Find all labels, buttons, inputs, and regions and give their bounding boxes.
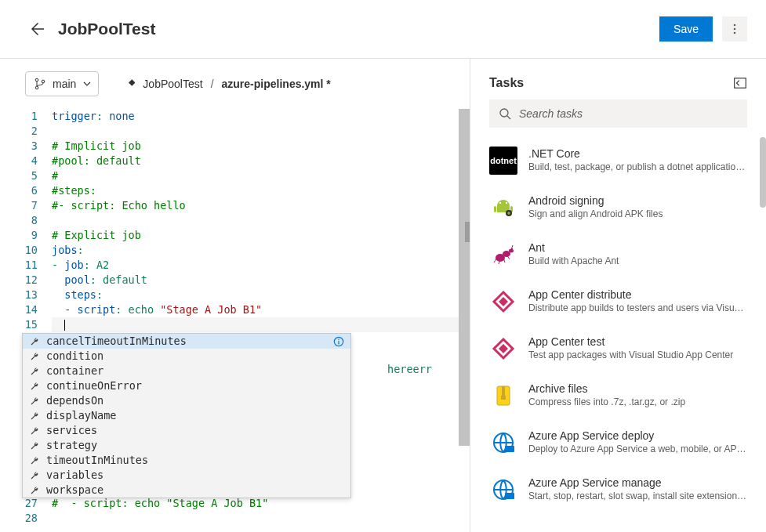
wrench-icon <box>29 455 40 466</box>
task-item-actest[interactable]: App Center testTest app packages with Vi… <box>470 325 757 372</box>
more-actions-button[interactable] <box>722 16 747 42</box>
code-line[interactable]: pool: default <box>52 273 463 288</box>
ant-icon <box>489 241 517 269</box>
editor-scrollbar-thumb[interactable] <box>459 109 470 446</box>
suggest-item-label: displayName <box>46 408 344 423</box>
task-list: dotnet.NET CoreBuild, test, package, or … <box>470 137 766 532</box>
task-item-android[interactable]: Android signingSign and align Android AP… <box>470 184 757 231</box>
task-item-acdist[interactable]: App Center distributeDistribute app buil… <box>470 278 757 325</box>
svg-rect-6 <box>129 79 135 85</box>
suggest-item[interactable]: cancelTimeoutInMinutes <box>23 334 350 349</box>
wrench-icon <box>29 336 40 347</box>
wrench-icon <box>29 440 40 451</box>
code-line[interactable]: steps: <box>52 288 463 302</box>
task-item-archive[interactable]: Archive filesCompress files into .7z, .t… <box>470 372 757 419</box>
task-desc: Deploy to Azure App Service a web, mobil… <box>528 443 747 455</box>
wrench-icon <box>29 366 40 377</box>
svg-rect-22 <box>501 396 506 400</box>
suggest-item[interactable]: timeoutInMinutes <box>23 453 350 468</box>
breadcrumb-project[interactable]: JobPoolTest <box>143 78 202 90</box>
code-line[interactable]: jobs: <box>52 243 463 258</box>
intellisense-popup[interactable]: cancelTimeoutInMinutesconditioncontainer… <box>22 333 351 498</box>
code-line[interactable]: # <box>52 168 463 183</box>
appservice-icon <box>489 429 517 457</box>
task-list-scrollbar[interactable] <box>760 137 766 532</box>
task-desc: Compress files into .7z, .tar.gz, or .zi… <box>528 396 747 408</box>
task-item-asmanage[interactable]: Azure App Service manageStart, stop, res… <box>470 466 757 513</box>
suggest-item[interactable]: displayName <box>23 408 350 423</box>
back-arrow-icon[interactable] <box>28 21 44 37</box>
page-header: JobPoolTest Save <box>0 0 766 59</box>
suggest-item[interactable]: condition <box>23 349 350 364</box>
task-desc: Test app packages with Visual Studio App… <box>528 349 747 361</box>
suggest-item-label: timeoutInMinutes <box>46 453 344 468</box>
svg-rect-9 <box>338 338 339 339</box>
suggest-item-label: condition <box>46 349 344 364</box>
task-item-ant[interactable]: AntBuild with Apache Ant <box>470 231 757 278</box>
save-button[interactable]: Save <box>659 16 713 42</box>
code-line[interactable] <box>52 213 463 228</box>
svg-rect-8 <box>338 341 339 344</box>
appservice-icon <box>489 476 517 504</box>
code-line[interactable] <box>52 317 463 332</box>
breadcrumb-separator: / <box>211 78 214 90</box>
task-desc: Start, stop, restart, slot swap, install… <box>528 490 747 502</box>
appcenter-icon <box>489 288 517 316</box>
suggest-item-label: services <box>46 423 344 438</box>
code-line[interactable] <box>52 511 463 526</box>
task-desc: Sign and align Android APK files <box>528 208 747 220</box>
appcenter-icon <box>489 335 517 363</box>
wrench-icon <box>29 396 40 407</box>
code-line[interactable]: trigger: none <box>52 109 463 124</box>
svg-point-3 <box>35 78 38 81</box>
expand-pane-icon[interactable] <box>733 76 747 90</box>
code-line[interactable]: #pool: default <box>52 154 463 168</box>
code-line[interactable]: - job: A2 <box>52 258 463 273</box>
code-editor[interactable]: 1234567891011121314151617181920212223242… <box>0 109 470 532</box>
editor-scrollbar[interactable] <box>459 109 470 532</box>
svg-point-4 <box>35 86 38 89</box>
task-list-scrollbar-thumb[interactable] <box>760 137 766 208</box>
search-icon <box>499 107 511 120</box>
suggest-item-label: continueOnError <box>46 378 344 393</box>
editor-overview-mark <box>465 222 470 242</box>
code-line[interactable]: # Implicit job <box>52 139 463 154</box>
suggest-item[interactable]: strategy <box>23 438 350 453</box>
suggest-item[interactable]: continueOnError <box>23 378 350 393</box>
task-title: Archive files <box>528 382 747 396</box>
info-icon[interactable] <box>333 336 344 347</box>
suggest-item-label: strategy <box>46 438 344 453</box>
code-line[interactable]: #- script: Echo hello <box>52 198 463 213</box>
suggest-item-label: cancelTimeoutInMinutes <box>46 334 327 349</box>
svg-point-15 <box>506 202 507 204</box>
task-title: App Center test <box>528 335 747 349</box>
branch-selector[interactable]: main <box>25 71 99 96</box>
suggest-item[interactable]: container <box>23 364 350 378</box>
task-desc: Distribute app builds to testers and use… <box>528 302 747 314</box>
task-title: .NET Core <box>528 147 747 161</box>
wrench-icon <box>29 351 40 362</box>
svg-point-0 <box>734 24 736 27</box>
code-line[interactable]: # Explicit job <box>52 228 463 243</box>
suggest-item[interactable]: dependsOn <box>23 393 350 408</box>
page-title: JobPoolTest <box>58 20 659 38</box>
android-icon <box>489 194 517 222</box>
svg-rect-12 <box>494 206 496 212</box>
wrench-icon <box>29 470 40 481</box>
code-line[interactable]: - script: echo "Stage A Job B1" <box>52 302 463 317</box>
search-tasks-input[interactable] <box>489 100 747 128</box>
task-item-asdeploy[interactable]: Azure App Service deployDeploy to Azure … <box>470 419 757 466</box>
svg-point-2 <box>734 32 736 34</box>
chevron-down-icon <box>82 79 92 89</box>
code-line[interactable] <box>52 124 463 139</box>
editor-pane: main JobPoolTest / azure-pipelines.yml *… <box>0 59 470 532</box>
suggest-item[interactable]: services <box>23 423 350 438</box>
code-line[interactable]: #steps: <box>52 183 463 198</box>
tasks-heading: Tasks <box>489 76 733 90</box>
tasks-pane: Tasks dotnet.NET CoreBuild, test, packag… <box>470 59 766 532</box>
suggest-item[interactable]: workspace <box>23 483 350 498</box>
suggest-item-label: workspace <box>46 483 344 498</box>
more-vertical-icon <box>728 23 741 35</box>
suggest-item[interactable]: variables <box>23 468 350 483</box>
task-item-dotnet[interactable]: dotnet.NET CoreBuild, test, package, or … <box>470 137 757 184</box>
